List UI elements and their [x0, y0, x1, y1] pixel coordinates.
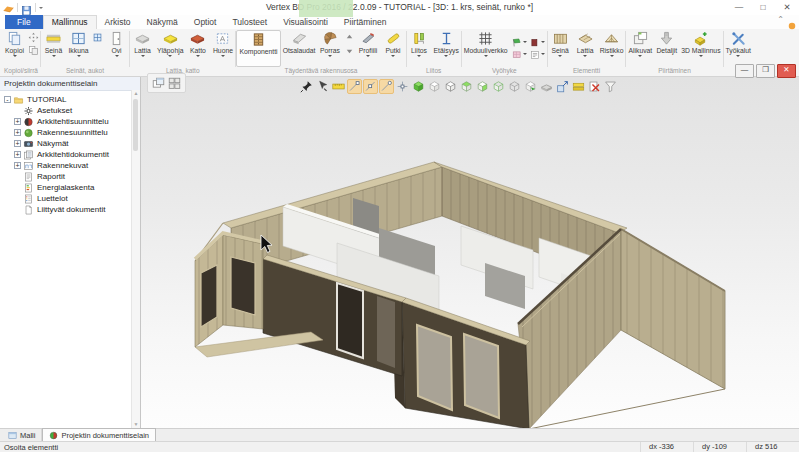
export-button[interactable]: [555, 79, 570, 94]
tree-expander[interactable]: -: [4, 96, 11, 103]
cube-white-button[interactable]: [427, 79, 442, 94]
ribbon-button-seina[interactable]: Seinä: [548, 30, 573, 67]
cube-half-button[interactable]: [459, 79, 474, 94]
ribbon-button-porras[interactable]: Porras: [318, 30, 343, 67]
zone-list-button[interactable]: [530, 50, 545, 60]
window-small-icon[interactable]: [92, 32, 103, 43]
doc-restore-button[interactable]: ❐: [756, 64, 775, 78]
bottom-tab-malli[interactable]: Malli: [2, 429, 42, 441]
ribbon-button-etaisyys[interactable]: Etäisyys: [432, 30, 461, 67]
menu-tab-nakyma[interactable]: Näkymä: [139, 15, 186, 29]
menu-tab-piirtaminen[interactable]: Piirtäminen: [336, 15, 395, 29]
menu-tab-tulosteet[interactable]: Tulosteet: [224, 15, 275, 29]
menu-tab-optiot[interactable]: Optiot: [186, 15, 225, 29]
tree-expander[interactable]: +: [14, 129, 21, 136]
ribbon-button-katto[interactable]: Katto: [185, 30, 210, 67]
ribbon-button-ovi[interactable]: Ovi: [104, 30, 129, 67]
scroll-down-icon[interactable]: ▼: [132, 421, 140, 428]
tree-expander[interactable]: +: [14, 118, 21, 125]
tree-expander[interactable]: +: [14, 162, 21, 169]
status-hint: Osoita elementti: [0, 443, 640, 452]
snap-end-button[interactable]: [379, 79, 394, 94]
ribbon-button-otsalaudat[interactable]: Otsalaudat: [281, 30, 318, 67]
tree-expander[interactable]: +: [14, 151, 21, 158]
tree-item-arkkitehtidokumentit[interactable]: +Arkkitehtidokumentit: [0, 149, 140, 160]
ribbon-button-tyokalut[interactable]: Työkalut: [724, 30, 753, 67]
chevron-down-icon: [736, 55, 740, 59]
ribbon-button-lattia[interactable]: Lattia: [130, 30, 155, 67]
ribbon-button-moduuliverkko[interactable]: Moduuliverkko: [462, 30, 510, 67]
ribbon-button-3d-mallinnus[interactable]: 3D Mallinnus: [679, 30, 722, 67]
chevron-down-icon: [541, 41, 545, 45]
tree-item-tutorial[interactable]: -TUTORIAL: [0, 94, 140, 105]
layers-button[interactable]: [571, 79, 586, 94]
ribbon-button-lattia[interactable]: Lattia: [573, 30, 598, 67]
tree-item-nakymat[interactable]: +Näkymät: [0, 138, 140, 149]
zone-block-button[interactable]: [530, 38, 545, 48]
menu-tab-mallinnus[interactable]: Mallinnus: [43, 15, 97, 29]
snap-point-button[interactable]: [395, 79, 410, 94]
ruler-button[interactable]: [331, 79, 346, 94]
3d-model-view[interactable]: [141, 77, 799, 428]
doc-close-button[interactable]: ✕: [777, 64, 796, 78]
spin-up-icon[interactable]: [344, 32, 355, 43]
pin-button[interactable]: [299, 79, 314, 94]
minimize-button[interactable]: —: [727, 0, 751, 14]
cube-go-button[interactable]: [523, 79, 538, 94]
ribbon-button-putki[interactable]: Putki: [381, 30, 406, 67]
tree-expander[interactable]: +: [14, 140, 21, 147]
tree-item-luettelot[interactable]: Luettelot: [0, 193, 140, 204]
ribbon-button-detaljit[interactable]: Detaljit: [654, 30, 679, 67]
new-window-icon[interactable]: [152, 77, 165, 90]
menu-tab-arkisto[interactable]: Arkisto: [97, 15, 139, 29]
chevron-down-icon: [77, 55, 81, 59]
tree-item-raportit[interactable]: Raportit: [0, 171, 140, 182]
snap-mid-button[interactable]: [363, 79, 378, 94]
tree-item-rakennesuunnittelu[interactable]: +Rakennesuunnittelu: [0, 127, 140, 138]
select-button[interactable]: [315, 79, 330, 94]
menu-tab-file[interactable]: File: [5, 15, 43, 29]
scroll-thumb[interactable]: [133, 99, 138, 151]
doc-minimize-button[interactable]: —: [735, 64, 754, 78]
ribbon-button-seina[interactable]: Seinä: [41, 30, 66, 67]
slab-button[interactable]: [539, 79, 554, 94]
snap-line-button[interactable]: [347, 79, 362, 94]
help-icon[interactable]: [788, 16, 796, 24]
delete-button[interactable]: [587, 79, 602, 94]
tree-scrollbar[interactable]: ▲ ▼: [131, 90, 140, 428]
cube-solid-button[interactable]: [411, 79, 426, 94]
ribbon-button-alikuvat[interactable]: Alikuvat: [626, 30, 654, 67]
cube-back-button[interactable]: [475, 79, 490, 94]
window-grid-icon[interactable]: [168, 77, 181, 90]
cube-frame-button[interactable]: [443, 79, 458, 94]
menu-tab-visualisointi[interactable]: Visualisointi: [275, 15, 336, 29]
scroll-up-icon[interactable]: ▲: [132, 90, 140, 97]
ribbon-button-ristikko[interactable]: Ristikko: [598, 30, 626, 67]
ribbon-button-liitos[interactable]: Liitos: [407, 30, 432, 67]
ribbon-button-profiili[interactable]: Profiili: [356, 30, 381, 67]
copy-small-icon[interactable]: [28, 45, 39, 56]
tree-item-asetukset[interactable]: Asetukset: [0, 105, 140, 116]
ribbon-button-ylapohja[interactable]: Yläpohja: [155, 30, 185, 67]
zone-map-button[interactable]: [512, 50, 527, 60]
cube-wire-button[interactable]: [507, 79, 522, 94]
move-icon[interactable]: [28, 32, 39, 43]
maximize-button[interactable]: □: [751, 0, 775, 14]
zone-flag-button[interactable]: [512, 38, 527, 48]
collapse-ribbon-icon[interactable]: ⌃: [777, 16, 784, 24]
tree-item-energialaskenta[interactable]: Energialaskenta: [0, 182, 140, 193]
ribbon-button-komponentti[interactable]: Komponentti: [236, 30, 280, 67]
cube-open-button[interactable]: [491, 79, 506, 94]
ribbon-button-huone[interactable]: Huone: [210, 30, 235, 67]
ribbon-small-grid: [510, 30, 547, 67]
bottom-tab-projektin-dokumenttiselain[interactable]: Projektin dokumenttiselain: [42, 428, 156, 441]
drawing-area[interactable]: [141, 77, 799, 428]
close-button[interactable]: ✕: [775, 0, 799, 14]
ribbon-button-ikkuna[interactable]: Ikkuna: [66, 30, 91, 67]
ribbon-button-kopioi[interactable]: Kopioi: [2, 30, 27, 67]
tree-item-rakennekuvat[interactable]: +Rakennekuvat: [0, 160, 140, 171]
spin-down-icon[interactable]: [344, 45, 355, 56]
tree-item-arkkitehtisuunnittelu[interactable]: +Arkkitehtisuunnittelu: [0, 116, 140, 127]
filter-button[interactable]: [603, 79, 618, 94]
tree-item-liittyvat-dokumentit[interactable]: Liittyvät dokumentit: [0, 204, 140, 215]
